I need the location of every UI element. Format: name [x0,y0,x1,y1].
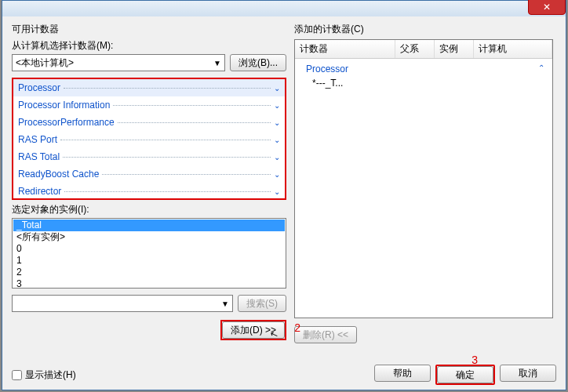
show-description-input[interactable] [12,370,22,380]
available-counters-panel: 可用计数器 从计算机选择计数器(M): <本地计算机> ▼ 浏览(B)... P… [12,23,286,355]
counter-list[interactable]: Processor⌄ Processor Information⌄ Proces… [12,78,286,200]
titlebar: ✕ [2,1,566,16]
instance-item[interactable]: _Total [13,220,285,231]
chevron-up-icon: ⌃ [538,64,549,74]
close-icon: ✕ [543,2,551,13]
annotation-2: 2 [294,321,300,334]
chevron-down-icon: ▼ [221,299,229,308]
added-counters-list[interactable]: 计数器 父系 实例 计算机 Processor ⌃ * --- _T... [294,39,553,318]
instance-list[interactable]: _Total <所有实例> 0 1 2 3 [12,218,286,289]
available-counters-title: 可用计数器 [12,23,286,36]
computer-select-value: <本地计算机> [16,56,74,70]
chevron-down-icon: ▼ [213,59,221,67]
show-description-checkbox[interactable]: 显示描述(H) [12,368,76,382]
show-description-label: 显示描述(H) [25,368,76,382]
instance-item[interactable]: 0 [13,243,285,255]
chevron-down-icon: ⌄ [274,118,280,127]
help-button[interactable]: 帮助 [374,365,431,382]
browse-button[interactable]: 浏览(B)... [230,54,286,71]
col-parent[interactable]: 父系 [395,40,435,58]
search-button[interactable]: 搜索(S) [238,295,286,312]
counter-item[interactable]: ReadyBoost Cache⌄ [13,165,285,183]
table-row[interactable]: * --- _T... [298,76,549,90]
counter-item[interactable]: Processor⌄ [13,79,285,96]
annotation-box-2: 添加(D) >> ↖ [220,320,286,340]
chevron-down-icon: ⌄ [274,84,280,93]
counter-item[interactable]: Redirector⌄ [13,183,285,198]
counter-item[interactable]: ProcessorPerformance⌄ [13,114,285,131]
dialog-footer: 显示描述(H) 帮助 3 确定 取消 [2,361,566,391]
computer-label: 从计算机选择计数器(M): [12,39,286,53]
added-counters-panel: 添加的计数器(C) 计数器 父系 实例 计算机 Processor ⌃ * --… [294,23,553,355]
counter-item[interactable]: RAS Port⌄ [13,131,285,148]
added-counters-title: 添加的计数器(C) [294,23,553,36]
counter-item[interactable]: RAS Total⌄ [13,148,285,165]
chevron-down-icon: ⌄ [274,136,280,144]
annotation-3: 3 [472,354,478,366]
col-instance[interactable]: 实例 [435,40,474,58]
chevron-down-icon: ⌄ [274,101,280,110]
instance-item[interactable]: 1 [13,255,285,267]
instance-item[interactable]: 2 [13,267,285,278]
close-button[interactable]: ✕ [528,0,566,15]
instance-item[interactable]: 3 [13,278,285,289]
chevron-down-icon: ⌄ [274,153,280,162]
chevron-down-icon: ⌄ [274,170,280,179]
cursor-icon: ↖ [268,326,280,343]
annotation-box-3: 3 确定 [435,365,495,385]
remove-button[interactable]: 删除(R) << [294,326,357,343]
table-header: 计数器 父系 实例 计算机 [295,40,552,59]
computer-select[interactable]: <本地计算机> ▼ [12,54,225,71]
cancel-button[interactable]: 取消 [500,365,556,382]
counter-item[interactable]: Processor Information⌄ [13,96,285,114]
search-input[interactable]: ▼ [12,295,233,312]
dialog-window: ✕ 可用计数器 从计算机选择计数器(M): <本地计算机> ▼ 浏览(B)...… [2,0,566,390]
add-button[interactable]: 添加(D) >> ↖ [222,321,285,339]
chevron-down-icon: ⌄ [274,187,280,196]
col-computer[interactable]: 计算机 [474,40,552,58]
instance-label: 选定对象的实例(I): [12,203,286,216]
ok-button[interactable]: 确定 [437,366,493,383]
instance-item[interactable]: <所有实例> [13,231,285,243]
table-row[interactable]: Processor ⌃ [298,62,549,76]
col-counter[interactable]: 计数器 [295,40,395,58]
